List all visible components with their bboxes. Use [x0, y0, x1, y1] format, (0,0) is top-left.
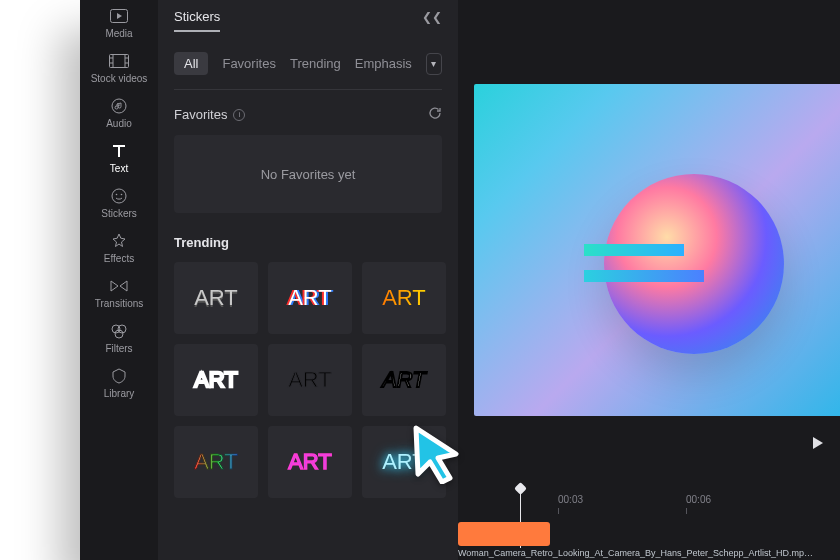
favorites-section-header: Favorites i — [174, 106, 442, 123]
rail-label: Library — [104, 388, 135, 399]
svg-marker-14 — [120, 281, 127, 291]
collapse-panel-button[interactable]: ❮❮ — [422, 10, 442, 24]
editor-right-pane — [458, 0, 840, 560]
library-icon — [109, 366, 129, 386]
rail-stock-videos[interactable]: Stock videos — [80, 45, 158, 90]
sticker-thumb[interactable]: ART — [268, 262, 352, 334]
play-button[interactable] — [812, 436, 824, 453]
effects-icon — [109, 231, 129, 251]
timeline-ruler[interactable]: 00:03 00:06 — [458, 480, 840, 512]
rail-label: Media — [105, 28, 132, 39]
svg-point-9 — [112, 99, 126, 113]
sticker-thumb[interactable]: ART — [268, 344, 352, 416]
rail-library[interactable]: Library — [80, 360, 158, 405]
stickers-icon — [109, 186, 129, 206]
svg-marker-1 — [117, 13, 122, 19]
svg-point-11 — [116, 194, 118, 196]
text-icon — [109, 141, 129, 161]
rail-effects[interactable]: Effects — [80, 225, 158, 270]
rail-label: Stickers — [101, 208, 137, 219]
stock-videos-icon — [109, 51, 129, 71]
rail-label: Filters — [105, 343, 132, 354]
preview-graphic — [584, 270, 704, 282]
panel-title: Stickers — [174, 9, 220, 32]
preview-graphic — [604, 174, 784, 354]
sticker-thumb[interactable]: ART — [174, 262, 258, 334]
tab-trending[interactable]: Trending — [290, 56, 341, 71]
rail-text[interactable]: Text — [80, 135, 158, 180]
timeline[interactable]: 00:03 00:06 Woman_Camera_Retro_Looking_A… — [458, 480, 840, 560]
cursor-pointer-icon — [410, 424, 464, 488]
tab-emphasis[interactable]: Emphasis — [355, 56, 412, 71]
sticker-thumb[interactable]: ART — [268, 426, 352, 498]
media-icon — [109, 6, 129, 26]
trending-heading: Trending — [174, 235, 442, 250]
favorites-heading: Favorites — [174, 107, 227, 122]
rail-media[interactable]: Media — [80, 0, 158, 45]
refresh-icon[interactable] — [428, 106, 442, 123]
trending-grid: ART ART ART ART ART ART ART ART ART — [174, 262, 442, 498]
panel-header: Stickers ❮❮ — [174, 0, 442, 34]
sticker-thumb[interactable]: ART — [174, 344, 258, 416]
sticker-thumb[interactable]: ART — [362, 262, 446, 334]
svg-marker-13 — [111, 281, 118, 291]
rail-audio[interactable]: Audio — [80, 90, 158, 135]
tab-favorites[interactable]: Favorites — [222, 56, 275, 71]
tab-all[interactable]: All — [174, 52, 208, 75]
ruler-tick: 00:03 — [558, 494, 583, 505]
favorites-empty-state: No Favorites yet — [174, 135, 442, 213]
tabs-more-button[interactable]: ▾ — [426, 53, 442, 75]
audio-icon — [109, 96, 129, 116]
divider — [174, 89, 442, 90]
category-tabs: All Favorites Trending Emphasis ▾ — [174, 52, 442, 75]
rail-label: Effects — [104, 253, 134, 264]
rail-label: Stock videos — [91, 73, 148, 84]
rail-filters[interactable]: Filters — [80, 315, 158, 360]
chevron-down-icon: ▾ — [431, 58, 436, 69]
svg-marker-18 — [813, 437, 823, 449]
rail-label: Transitions — [95, 298, 144, 309]
clip-label: Woman_Camera_Retro_Looking_At_Camera_By_… — [458, 548, 840, 558]
transitions-icon — [109, 276, 129, 296]
svg-point-12 — [121, 194, 123, 196]
sticker-thumb[interactable]: ART — [174, 426, 258, 498]
timeline-clip[interactable] — [458, 522, 550, 546]
ruler-tick: 00:06 — [686, 494, 711, 505]
rail-label: Text — [110, 163, 128, 174]
info-icon[interactable]: i — [233, 109, 245, 121]
chevron-left-double-icon: ❮❮ — [422, 10, 442, 24]
svg-point-10 — [112, 189, 126, 203]
rail-label: Audio — [106, 118, 132, 129]
rail-stickers[interactable]: Stickers — [80, 180, 158, 225]
svg-rect-2 — [110, 55, 129, 68]
preview-graphic — [584, 244, 684, 256]
filters-icon — [109, 321, 129, 341]
preview-viewport[interactable] — [474, 84, 840, 416]
rail-transitions[interactable]: Transitions — [80, 270, 158, 315]
nav-rail: Media Stock videos Audio Text Stickers E… — [80, 0, 158, 560]
sticker-thumb[interactable]: ART — [362, 344, 446, 416]
